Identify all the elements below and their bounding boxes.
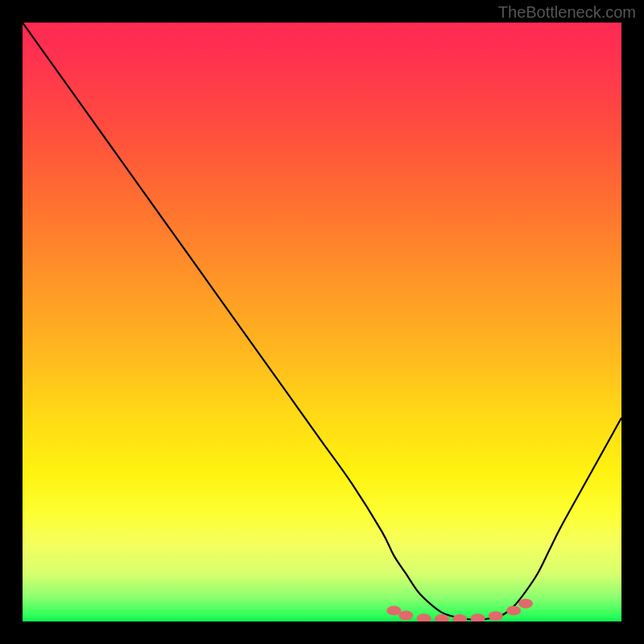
highlight-dot [489, 611, 503, 621]
chart-area [23, 23, 621, 621]
highlight-dot [452, 614, 467, 621]
highlight-markers [386, 599, 533, 621]
attribution-text: TheBottleneck.com [498, 3, 636, 22]
highlight-dot [506, 606, 521, 616]
highlight-dot [518, 599, 533, 609]
bottleneck-curve-line [23, 23, 621, 620]
highlight-dot [398, 611, 413, 621]
highlight-dot [416, 613, 431, 621]
highlight-dot [470, 613, 485, 621]
chart-svg [23, 23, 621, 621]
